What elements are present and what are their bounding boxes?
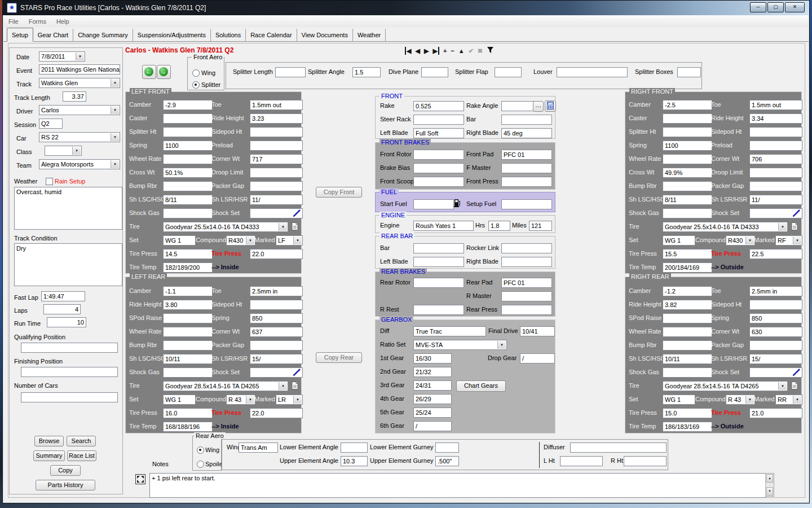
- f-master-field[interactable]: [501, 163, 552, 173]
- tab-solutions[interactable]: Solutions: [211, 29, 246, 41]
- left-front-pen-icon[interactable]: [293, 209, 301, 218]
- left-front-splitter-ht-field[interactable]: [163, 127, 213, 137]
- notes-textarea[interactable]: + 1 psi left rear to start.: [149, 473, 766, 498]
- setup-fuel-field[interactable]: [501, 199, 552, 209]
- left-front-preload-field[interactable]: [250, 141, 303, 151]
- left-rear-spod-raise-field[interactable]: [163, 313, 213, 323]
- front-aero-wing-radio[interactable]: [192, 69, 200, 77]
- car-dropdown[interactable]: RS 22▼: [39, 132, 120, 142]
- prior-icon[interactable]: ◀: [415, 47, 420, 55]
- right-rear-sidepod-ht-field[interactable]: [749, 300, 802, 310]
- edit-icon[interactable]: ▲: [458, 47, 465, 55]
- right-rear-packer-gap-field[interactable]: [749, 340, 802, 351]
- left-rear-sh-lsc-hsc-field[interactable]: 10/11: [163, 354, 213, 364]
- finishing-position-field[interactable]: [21, 367, 118, 377]
- front-pad-field[interactable]: PFC 01: [501, 150, 552, 160]
- right-front-set-field[interactable]: WG 1: [663, 235, 695, 246]
- left-rear-tire-press-field[interactable]: 16.0: [163, 408, 213, 418]
- right-front-camber-field[interactable]: -2.5: [663, 100, 712, 110]
- lower-element-gurney-field[interactable]: [435, 443, 459, 453]
- left-rear-toe-field[interactable]: 2.5mm in: [250, 286, 303, 296]
- brake-bias-field[interactable]: [413, 163, 464, 173]
- rear-press-field[interactable]: [501, 305, 552, 315]
- notes-scrollbar[interactable]: ▲ ▼: [765, 473, 774, 497]
- left-rear-ride-height-field[interactable]: 3.80: [163, 300, 213, 310]
- scroll-up-icon[interactable]: ▲: [766, 474, 773, 483]
- right-front-hot-tire-press-field[interactable]: 22.5: [749, 249, 802, 259]
- 3rd-gear-field[interactable]: 24/31: [413, 380, 452, 391]
- chevron-down-icon[interactable]: ▼: [111, 106, 119, 114]
- right-rear-spring-field[interactable]: 850: [749, 313, 802, 323]
- last-icon[interactable]: ▶: [433, 47, 439, 55]
- chevron-down-icon[interactable]: ▼: [745, 237, 754, 244]
- summary-button[interactable]: Summary: [33, 450, 65, 461]
- calculator-icon[interactable]: [545, 100, 556, 112]
- menu-help[interactable]: Help: [51, 18, 74, 25]
- laps-field[interactable]: 4: [43, 304, 81, 314]
- right-front-tire-temp-field[interactable]: 200/184/169: [663, 262, 712, 273]
- copy-rear-button[interactable]: Copy Rear: [316, 352, 362, 363]
- search-button[interactable]: Search: [67, 436, 96, 446]
- close-icon[interactable]: ✕: [785, 2, 805, 12]
- right-rear-sh-lsr-hsr-field[interactable]: 15/: [749, 354, 802, 364]
- minimize-icon[interactable]: ─: [750, 2, 766, 12]
- copy-button[interactable]: Copy: [50, 465, 81, 476]
- ratio-set-dropdown[interactable]: MVE-STA▼: [413, 340, 507, 350]
- scroll-down-icon[interactable]: ▼: [766, 487, 773, 496]
- engine-field[interactable]: Roush Yates 1: [413, 221, 474, 231]
- date-dropdown[interactable]: 7/8/2011▼: [39, 51, 85, 62]
- l-ht-field[interactable]: [560, 456, 603, 466]
- right-front-packer-gap-field[interactable]: [749, 181, 802, 191]
- maximize-icon[interactable]: ▢: [767, 2, 784, 12]
- left-rear-sidepod-ht-field[interactable]: [250, 300, 303, 310]
- rain-setup-checkbox[interactable]: [46, 178, 53, 185]
- driver-dropdown[interactable]: Carlos▼: [39, 105, 120, 115]
- left-rear-marked-dropdown[interactable]: LR▼: [276, 395, 303, 405]
- post-icon[interactable]: ✔: [469, 47, 474, 55]
- tab-change-summary[interactable]: Change Summary: [73, 29, 133, 41]
- diffuser-field[interactable]: [570, 443, 667, 453]
- left-rear-set-field[interactable]: WG 1: [163, 395, 196, 405]
- left-rear-shock-gas-field[interactable]: [163, 367, 213, 378]
- left-front-tire-dropdown[interactable]: Goodyear 25.5x14.0-16 TA D4333▼: [163, 222, 288, 232]
- chevron-down-icon[interactable]: ▼: [72, 147, 81, 155]
- louver-field[interactable]: [557, 67, 628, 77]
- rear-bar-field[interactable]: [413, 243, 464, 253]
- left-front-sidepod-ht-field[interactable]: [250, 127, 303, 137]
- left-rear-tire-temp-field[interactable]: 168/188/196: [163, 422, 213, 432]
- left-front-corner-wt-field[interactable]: 717: [250, 154, 303, 164]
- chevron-down-icon[interactable]: ▼: [111, 160, 119, 168]
- left-front-shock-gas-field[interactable]: [163, 208, 213, 218]
- fast-lap-field[interactable]: 1:49.47: [41, 291, 85, 301]
- chevron-down-icon[interactable]: ▼: [246, 396, 254, 404]
- right-rear-wheel-rate-field[interactable]: [663, 327, 712, 337]
- left-front-cross-wt-field[interactable]: 50.1%: [163, 168, 213, 178]
- chevron-down-icon[interactable]: ▼: [76, 52, 84, 60]
- chevron-down-icon[interactable]: ▼: [293, 237, 302, 244]
- right-rear-pen-icon[interactable]: [792, 368, 801, 378]
- left-front-camber-field[interactable]: -2.9: [163, 100, 213, 110]
- right-rear-set-field[interactable]: WG 1: [663, 395, 695, 405]
- right-rear-toe-field[interactable]: 2.5mm in: [749, 286, 802, 296]
- right-front-tire-press-field[interactable]: 15.5: [663, 249, 712, 259]
- right-front-spring-field[interactable]: 1100: [663, 141, 712, 151]
- tab-setup[interactable]: Setup: [7, 28, 33, 42]
- right-front-cross-wt-field[interactable]: 49.9%: [663, 168, 712, 178]
- left-rear-camber-field[interactable]: -1.1: [163, 286, 213, 296]
- right-front-caster-field[interactable]: [663, 113, 712, 124]
- rake-field[interactable]: 0.525: [413, 101, 464, 111]
- left-front-ride-height-field[interactable]: 3.23: [250, 113, 303, 124]
- left-front-tire-press-field[interactable]: 14.5: [163, 249, 213, 259]
- tab-gear-chart[interactable]: Gear Chart: [33, 29, 73, 41]
- left-front-marked-dropdown[interactable]: LF▼: [276, 235, 303, 246]
- event-field[interactable]: 2011 Watkings Glen Nationa: [39, 64, 120, 75]
- right-rear-spod-raise-field[interactable]: [663, 313, 712, 323]
- front-press-field[interactable]: [501, 177, 552, 187]
- upper-element-angle-field[interactable]: 10.3: [341, 456, 368, 466]
- tab-suspension-adjustments[interactable]: Suspension/Adjustments: [133, 29, 211, 41]
- chevron-down-icon[interactable]: ▼: [111, 133, 119, 141]
- chevron-down-icon[interactable]: ▼: [497, 341, 506, 349]
- right-front-toe-field[interactable]: 1.5mm out: [749, 100, 802, 110]
- splitter-angle-field[interactable]: 1.5: [352, 67, 381, 77]
- right-rear-tire-press-field[interactable]: 15.0: [663, 408, 712, 418]
